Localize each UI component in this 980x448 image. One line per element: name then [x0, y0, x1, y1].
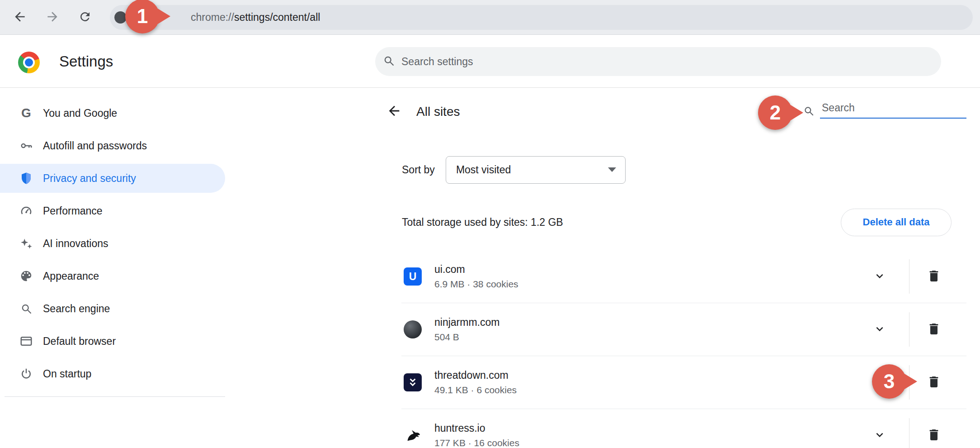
sort-row: Sort by Most visited: [402, 156, 626, 184]
annotation-step-3: 3: [872, 364, 906, 399]
browser-forward-button[interactable]: [43, 8, 61, 26]
chevron-down-icon: [873, 322, 886, 337]
storage-row: Total storage used by sites: 1.2 GB Dele…: [402, 208, 952, 236]
address-bar[interactable]: chrome://settings/content/all: [110, 5, 973, 30]
all-sites-back-button[interactable]: [385, 102, 403, 120]
sidebar-item-label: You and Google: [43, 107, 117, 119]
sidebar-item-appearance[interactable]: Appearance: [0, 262, 225, 291]
url-scheme: chrome://: [191, 11, 234, 24]
delete-site-button[interactable]: [925, 426, 943, 444]
site-search-field[interactable]: [820, 99, 966, 119]
sidebar-item-label: Appearance: [43, 270, 99, 282]
site-details: 6.9 MB · 38 cookies: [434, 279, 518, 290]
sidebar-item-label: On startup: [43, 368, 91, 380]
sort-by-label: Sort by: [402, 164, 435, 176]
annotation-step-1: 1: [125, 0, 160, 33]
settings-title: Settings: [59, 53, 113, 70]
sidebar-item-label: Privacy and security: [43, 172, 136, 185]
sidebar-item-search-engine[interactable]: Search engine: [0, 294, 225, 323]
browser-window-icon: [19, 334, 33, 348]
sidebar-item-privacy-security[interactable]: Privacy and security: [0, 164, 225, 193]
sidebar-item-label: Autofill and passwords: [43, 140, 147, 152]
sidebar-item-performance[interactable]: Performance: [0, 196, 225, 225]
chrome-settings-window: chrome://settings/content/all Settings G…: [0, 0, 980, 448]
delete-site-button[interactable]: [925, 267, 943, 286]
url-text: chrome://settings/content/all: [191, 5, 320, 30]
settings-header: Settings: [0, 35, 980, 88]
palette-icon: [19, 269, 33, 283]
settings-search-bar[interactable]: [375, 47, 941, 76]
site-details: 504 B: [434, 332, 499, 343]
key-icon: [19, 138, 33, 153]
sort-dropdown[interactable]: Most visited: [446, 156, 626, 184]
browser-back-button[interactable]: [11, 8, 29, 26]
back-arrow-icon: [386, 103, 402, 120]
speedometer-icon: [19, 204, 33, 218]
sidebar-item-autofill[interactable]: Autofill and passwords: [0, 131, 225, 160]
forward-arrow-icon: [45, 10, 60, 25]
url-path: settings/content/all: [234, 11, 320, 24]
browser-reload-button[interactable]: [76, 8, 94, 26]
power-icon: [19, 367, 33, 381]
annotation-step-2: 2: [758, 95, 792, 130]
expand-button[interactable]: [871, 320, 889, 338]
site-row-ninjarmm[interactable]: ninjarmm.com 504 B: [401, 303, 966, 356]
page-title: All sites: [416, 105, 460, 119]
ninjarmm-favicon: [404, 320, 422, 338]
row-separator: [909, 259, 909, 294]
site-details: 177 KB · 16 cookies: [434, 438, 519, 448]
site-name: ninjarmm.com: [434, 316, 499, 329]
search-icon: [382, 54, 395, 69]
chevron-down-icon: [873, 269, 886, 284]
expand-button[interactable]: [871, 426, 889, 444]
trash-icon: [927, 269, 941, 285]
site-name: threatdown.com: [434, 369, 517, 381]
chevron-down-icon: [873, 428, 886, 443]
sidebar-divider: [5, 396, 225, 397]
row-separator: [909, 418, 909, 448]
threatdown-favicon: [404, 373, 422, 391]
site-search-input[interactable]: [820, 99, 966, 119]
sidebar-item-you-and-google[interactable]: G You and Google: [0, 99, 225, 128]
site-name: huntress.io: [434, 422, 519, 434]
shield-icon: [19, 171, 33, 186]
reload-icon: [78, 10, 92, 25]
site-row-huntress[interactable]: huntress.io 177 KB · 16 cookies: [401, 409, 966, 448]
trash-icon: [927, 375, 941, 391]
site-list: U ui.com 6.9 MB · 38 cookies ninjarmm.co…: [401, 250, 966, 448]
trash-icon: [927, 428, 941, 443]
sidebar-item-on-startup[interactable]: On startup: [0, 359, 225, 388]
huntress-favicon: [404, 426, 422, 444]
site-search-icon: [803, 105, 815, 119]
settings-sidebar: G You and Google Autofill and passwords …: [0, 95, 225, 397]
ui-favicon: U: [404, 267, 422, 286]
magnifier-icon: [19, 301, 33, 316]
delete-all-data-button[interactable]: Delete all data: [841, 209, 952, 236]
sidebar-item-label: Default browser: [43, 335, 116, 348]
sidebar-item-ai-innovations[interactable]: AI innovations: [0, 229, 225, 258]
sidebar-item-label: Performance: [43, 205, 103, 217]
sort-dropdown-value: Most visited: [456, 164, 511, 176]
site-info-icon[interactable]: [114, 11, 127, 24]
sidebar-item-default-browser[interactable]: Default browser: [0, 327, 225, 356]
sparkle-icon: [19, 236, 33, 251]
site-row-ui[interactable]: U ui.com 6.9 MB · 38 cookies: [401, 250, 966, 303]
expand-button[interactable]: [871, 267, 889, 286]
storage-summary: Total storage used by sites: 1.2 GB: [402, 216, 563, 229]
site-details: 49.1 KB · 6 cookies: [434, 385, 517, 396]
site-name: ui.com: [434, 263, 518, 276]
chrome-logo-icon: [18, 52, 40, 73]
settings-search-input[interactable]: [400, 55, 937, 68]
delete-site-button[interactable]: [925, 373, 943, 391]
back-arrow-icon: [13, 10, 27, 25]
delete-site-button[interactable]: [925, 320, 943, 338]
row-separator: [909, 312, 909, 347]
sidebar-item-label: AI innovations: [43, 238, 108, 250]
sidebar-item-label: Search engine: [43, 303, 110, 315]
dropdown-caret-icon: [608, 167, 616, 172]
trash-icon: [927, 322, 941, 338]
google-g-icon: G: [19, 106, 33, 120]
